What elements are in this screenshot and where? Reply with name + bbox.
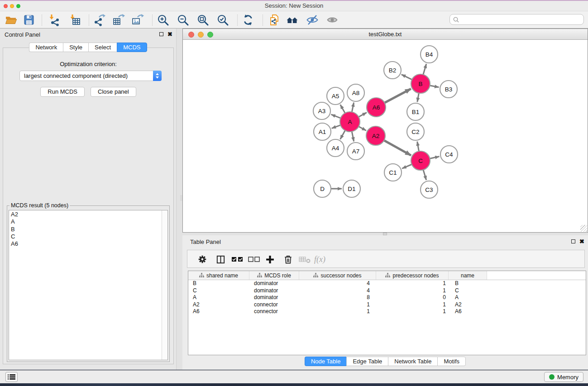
status-bar: Memory xyxy=(0,370,588,383)
column-header[interactable]: MCDS role xyxy=(249,271,299,280)
result-item[interactable]: C xyxy=(9,233,161,240)
network-canvas[interactable]: AA1A2A3A4A5A6A7A8BB1B2B3B4CC1C2C3C4DD1 xyxy=(183,40,588,232)
column-header[interactable]: successor nodes xyxy=(299,271,376,280)
add-column-icon[interactable] xyxy=(265,254,275,265)
workspace: Control Panel ✖ NetworkStyleSelectMCDS O… xyxy=(0,29,588,370)
network-zoom-button[interactable] xyxy=(207,32,213,38)
shared-column-icon xyxy=(257,273,262,278)
zoom-window-button[interactable] xyxy=(16,4,20,8)
tab-mcds[interactable]: MCDS xyxy=(117,43,147,52)
search-input[interactable] xyxy=(461,16,583,23)
criterion-value: largest connected component (directed) xyxy=(20,72,153,79)
result-list-scrollbar[interactable] xyxy=(162,210,167,360)
node-label-B4: B4 xyxy=(425,51,433,58)
criterion-dropdown[interactable]: largest connected component (directed) xyxy=(19,71,162,81)
float-panel-icon[interactable] xyxy=(159,32,163,36)
deselect-all-icon[interactable] xyxy=(248,254,260,265)
minimize-window-button[interactable] xyxy=(10,4,14,8)
close-panel-icon[interactable]: ✖ xyxy=(167,32,172,37)
export-table-icon[interactable] xyxy=(112,14,125,26)
function-builder-icon: f(x) xyxy=(314,254,325,265)
mcds-result-list[interactable]: A2ABCA6 xyxy=(9,210,168,360)
memory-label: Memory xyxy=(557,374,578,381)
node-label-A3: A3 xyxy=(318,108,326,114)
application-window: Session: New Session xyxy=(0,0,588,386)
close-window-button[interactable] xyxy=(4,4,8,8)
save-session-icon[interactable] xyxy=(23,14,35,26)
refresh-icon[interactable] xyxy=(242,14,254,26)
window-title: Session: New Session xyxy=(0,1,588,11)
result-item[interactable]: A xyxy=(9,218,161,225)
home-icon[interactable] xyxy=(286,14,299,26)
copy-network-icon[interactable] xyxy=(268,14,281,26)
table-header-row: shared nameMCDS rolesuccessor nodesprede… xyxy=(188,271,586,280)
traffic-lights xyxy=(4,4,20,8)
network-minimize-button[interactable] xyxy=(198,32,204,38)
zoom-fit-icon[interactable] xyxy=(196,14,209,26)
tab-node-table[interactable]: Node Table xyxy=(305,357,347,366)
gear-icon[interactable] xyxy=(197,254,207,265)
table-row[interactable]: Adominator80A xyxy=(188,294,586,301)
result-item[interactable]: B xyxy=(9,226,161,233)
run-mcds-button[interactable]: Run MCDS xyxy=(40,87,85,97)
mcds-result-group: MCDS result (5 nodes) A2ABCA6 xyxy=(7,205,170,362)
show-eye-icon[interactable] xyxy=(326,14,339,26)
node-label-A5: A5 xyxy=(332,93,339,100)
table-row[interactable]: A6connector11A6 xyxy=(188,308,586,315)
node-label-C2: C2 xyxy=(411,129,419,135)
table-row[interactable]: Cdominator41C xyxy=(188,287,586,295)
toolbar-separator xyxy=(89,14,89,26)
select-all-icon[interactable] xyxy=(231,254,244,265)
close-table-panel-icon[interactable]: ✖ xyxy=(579,239,584,244)
table-row[interactable]: A2connector11A2 xyxy=(188,301,586,309)
column-header[interactable]: shared name xyxy=(188,271,249,280)
zoom-in-icon[interactable] xyxy=(157,14,169,26)
tab-network-table[interactable]: Network Table xyxy=(388,357,437,366)
close-panel-button[interactable]: Close panel xyxy=(91,87,136,97)
task-list-button[interactable] xyxy=(5,372,18,382)
zoom-selected-icon[interactable] xyxy=(216,14,229,26)
float-table-panel-icon[interactable] xyxy=(571,239,575,243)
memory-button[interactable]: Memory xyxy=(544,372,583,382)
column-header[interactable]: predecessor nodes xyxy=(376,271,449,280)
delete-column-icon[interactable] xyxy=(283,254,293,265)
network-window-title: testGlobe.txt xyxy=(183,29,588,40)
hide-eye-icon[interactable] xyxy=(306,14,319,26)
import-network-icon[interactable] xyxy=(48,14,61,26)
search-field[interactable] xyxy=(449,14,584,25)
network-window-titlebar[interactable]: testGlobe.txt xyxy=(183,29,588,40)
window-resize-grip[interactable] xyxy=(580,225,587,232)
node-table: shared nameMCDS rolesuccessor nodesprede… xyxy=(188,271,586,355)
zoom-out-icon[interactable] xyxy=(177,14,189,26)
result-item[interactable]: A6 xyxy=(9,240,161,248)
result-item[interactable]: A2 xyxy=(9,211,161,218)
shared-column-icon xyxy=(313,273,318,278)
tab-style[interactable]: Style xyxy=(63,43,88,52)
toolbar-separator xyxy=(152,14,153,26)
tab-select[interactable]: Select xyxy=(88,43,117,52)
node-label-A8: A8 xyxy=(352,90,360,96)
export-network-icon[interactable] xyxy=(93,14,106,26)
node-label-C1: C1 xyxy=(389,169,397,176)
window-titlebar: Session: New Session xyxy=(0,1,588,11)
column-layout-icon[interactable] xyxy=(215,254,226,265)
column-header[interactable]: name xyxy=(449,271,487,280)
open-session-icon[interactable] xyxy=(5,14,17,26)
node-label-C3: C3 xyxy=(425,186,433,193)
memory-status-icon xyxy=(549,374,555,380)
toolbar-separator xyxy=(237,14,238,26)
node-label-D1: D1 xyxy=(348,186,355,192)
table-row[interactable]: Bdominator41B xyxy=(188,280,586,287)
node-label-A2: A2 xyxy=(372,133,380,139)
export-image-icon[interactable] xyxy=(131,14,144,26)
node-label-A: A xyxy=(348,119,352,125)
tab-network[interactable]: Network xyxy=(29,43,63,52)
import-table-icon[interactable] xyxy=(69,14,81,26)
search-icon xyxy=(453,17,459,23)
vertical-scroll-hint[interactable] xyxy=(180,195,182,201)
tab-motifs[interactable]: Motifs xyxy=(437,357,466,366)
tab-edge-table[interactable]: Edge Table xyxy=(346,357,388,366)
network-close-button[interactable] xyxy=(188,32,194,38)
dropdown-stepper-icon xyxy=(153,71,162,81)
node-label-B2: B2 xyxy=(389,67,397,74)
